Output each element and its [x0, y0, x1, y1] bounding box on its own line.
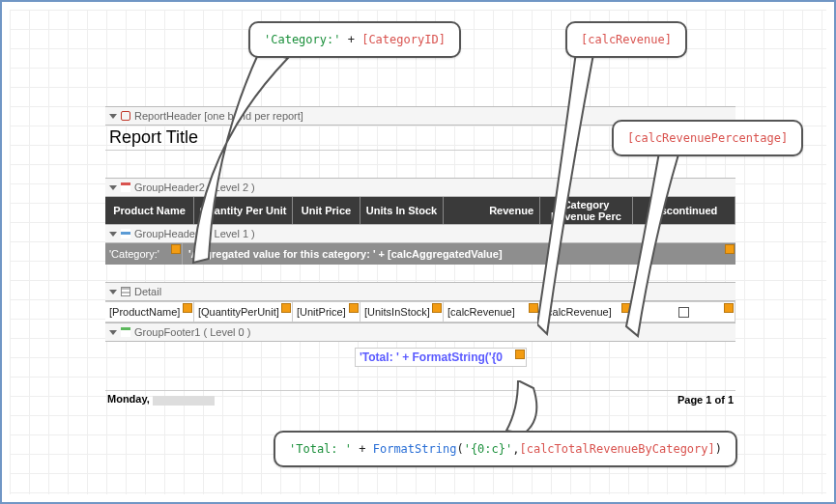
tok-operator: + [340, 33, 361, 46]
tok-string: 'Total: ' [289, 442, 352, 456]
band-label: ReportHeader [one band per report] [134, 110, 303, 122]
aggregated-expression: 'Aggregated value for this category: ' +… [188, 248, 503, 260]
smart-tag-icon[interactable] [281, 303, 291, 313]
field-binding: [UnitsInStock] [364, 306, 430, 318]
smart-tag-icon[interactable] [621, 303, 631, 313]
cell-qty-per-unit[interactable]: [QuantityPerUnit] [194, 302, 293, 322]
group-header-1-row[interactable]: 'Category:' 'Aggregated value for this c… [105, 243, 735, 265]
cell-discontinued[interactable] [633, 302, 735, 322]
tok-field: [calcTotalRevenueByCategory] [519, 442, 714, 456]
cell-calc-revenue-perc[interactable]: [calcRevenue] [540, 302, 633, 322]
col-revenue-perc[interactable]: Category Revenue Perc [540, 197, 633, 224]
expand-toggle-icon[interactable] [109, 330, 117, 335]
band-label: GroupHeader1 ( Level 1 ) [134, 228, 255, 239]
checkbox-icon [678, 307, 689, 318]
col-discontinued[interactable]: Discontinued [633, 197, 735, 224]
field-binding: [UnitPrice] [297, 306, 346, 318]
cell-unit-price[interactable]: [UnitPrice] [293, 302, 360, 322]
expand-toggle-icon[interactable] [109, 232, 117, 237]
expand-toggle-icon[interactable] [109, 290, 117, 294]
band-group-footer-1[interactable]: GroupFooter1 ( Level 0 ) [105, 322, 735, 342]
expand-toggle-icon[interactable] [109, 114, 117, 119]
col-product-name[interactable]: Product Name [105, 197, 194, 224]
tok-field: [CategoryID] [361, 33, 446, 46]
band-label: GroupFooter1 ( Level 0 ) [134, 326, 250, 338]
tok-field: [calcRevenue] [581, 33, 672, 46]
callout-total: 'Total: ' + FormatString('{0:c}',[calcTo… [274, 431, 737, 467]
category-cell[interactable]: 'Category:' [105, 243, 183, 265]
page-footer: Monday, Page 1 of 1 [105, 390, 735, 407]
callout-calc-revenue-perc: [calcRevenuePercentage] [612, 120, 803, 156]
cell-product-name[interactable]: [ProductName] [105, 302, 194, 322]
tok-field: [calcRevenuePercentage] [627, 131, 788, 145]
band-group-header-1[interactable]: GroupHeader1 ( Level 1 ) [105, 224, 735, 243]
smart-tag-icon[interactable] [724, 303, 734, 313]
band-detail[interactable]: Detail [105, 282, 735, 301]
smart-tag-icon[interactable] [725, 244, 735, 254]
smart-tag-icon[interactable] [171, 244, 181, 254]
tok-paren: ) [715, 442, 722, 456]
total-expression: 'Total: ' + FormatString('{0 [360, 350, 503, 364]
date-label: Monday, [107, 393, 150, 405]
smart-tag-icon[interactable] [515, 350, 525, 359]
page-footer-left: Monday, [107, 393, 215, 405]
band-label: GroupHeader2 ( Level 2 ) [134, 182, 255, 193]
cell-units-in-stock[interactable]: [UnitsInStock] [360, 302, 444, 322]
redacted-text [153, 396, 215, 406]
tok-operator: + [352, 442, 373, 456]
smart-tag-icon[interactable] [432, 303, 442, 313]
page-footer-right: Page 1 of 1 [677, 394, 734, 406]
band-group-header-2[interactable]: GroupHeader2 ( Level 2 ) [105, 178, 735, 197]
tok-function: FormatString [373, 442, 457, 456]
col-qty-per-unit[interactable]: Quantity Per Unit [194, 197, 293, 224]
cell-calc-revenue[interactable]: [calcRevenue] [444, 302, 540, 322]
field-binding: [ProductName] [109, 306, 180, 318]
band-label: Detail [134, 286, 161, 297]
group-footer-icon [121, 327, 130, 337]
field-binding: [calcRevenue] [447, 306, 515, 318]
smart-tag-icon[interactable] [183, 303, 192, 313]
field-binding: [QuantityPerUnit] [198, 306, 279, 318]
detail-row[interactable]: [ProductName] [QuantityPerUnit] [UnitPri… [105, 301, 735, 322]
callout-category: 'Category:' + [CategoryID] [248, 21, 461, 58]
expand-toggle-icon[interactable] [109, 185, 117, 190]
aggregated-cell[interactable]: 'Aggregated value for this category: ' +… [183, 243, 735, 265]
field-binding: [calcRevenue] [544, 306, 612, 318]
footer-total-cell[interactable]: 'Total: ' + FormatString('{0 [355, 348, 527, 367]
callout-calc-revenue: [calcRevenue] [565, 21, 687, 58]
col-units-in-stock[interactable]: Units In Stock [360, 197, 444, 224]
smart-tag-icon[interactable] [349, 303, 359, 313]
category-expression: 'Category:' [109, 248, 159, 260]
tok-paren: ( [456, 442, 463, 456]
detail-icon [121, 287, 130, 296]
group-header-icon [121, 182, 130, 192]
tok-string: 'Category:' [264, 33, 340, 46]
smart-tag-icon[interactable] [529, 303, 538, 313]
group-header-icon [121, 229, 130, 238]
col-revenue[interactable]: Revenue [444, 197, 540, 224]
col-unit-price[interactable]: Unit Price [293, 197, 360, 224]
report-header-icon [121, 111, 130, 121]
tok-string: '{0:c}' [464, 442, 513, 456]
column-header-row[interactable]: Product Name Quantity Per Unit Unit Pric… [105, 197, 735, 224]
